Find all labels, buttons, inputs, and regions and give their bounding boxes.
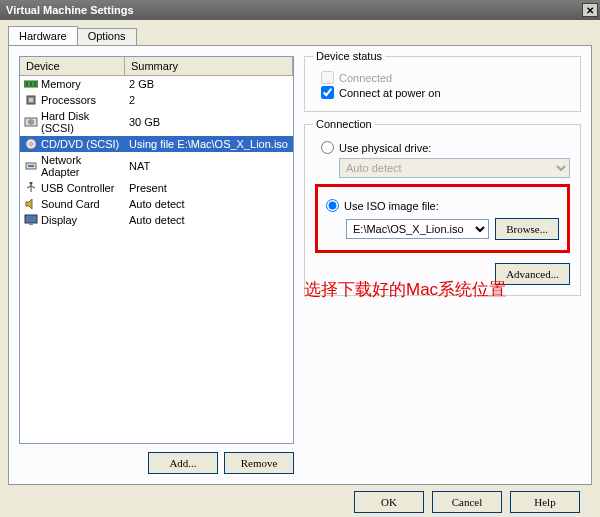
group-title-connection: Connection <box>313 118 375 130</box>
device-name: Memory <box>41 78 81 90</box>
browse-button[interactable]: Browse... <box>495 218 559 240</box>
connected-checkbox-row: Connected <box>321 71 570 84</box>
device-row-hdd[interactable]: Hard Disk (SCSI)30 GB <box>20 108 293 136</box>
help-button[interactable]: Help <box>510 491 580 513</box>
close-icon: ✕ <box>586 5 594 16</box>
ok-button[interactable]: OK <box>354 491 424 513</box>
svg-rect-13 <box>25 215 37 223</box>
device-row-cpu[interactable]: Processors2 <box>20 92 293 108</box>
iso-radio[interactable] <box>326 199 339 212</box>
highlight-box: Use ISO image file: E:\Mac\OS_X_Lion.iso… <box>315 184 570 253</box>
device-name: Display <box>41 214 77 226</box>
device-name: CD/DVD (SCSI) <box>41 138 119 150</box>
device-row-disp[interactable]: DisplayAuto detect <box>20 212 293 228</box>
device-summary: Present <box>125 181 293 195</box>
device-name: Hard Disk (SCSI) <box>41 110 121 134</box>
physical-drive-radio[interactable] <box>321 141 334 154</box>
device-summary: NAT <box>125 159 293 173</box>
device-summary: Using file E:\Mac\OS_X_Lion.iso <box>125 137 293 151</box>
physical-drive-select: Auto detect <box>339 158 570 178</box>
title-bar: Virtual Machine Settings ✕ <box>0 0 600 20</box>
cpu-icon <box>24 94 38 106</box>
svg-rect-1 <box>26 82 28 86</box>
group-title-status: Device status <box>313 50 385 62</box>
poweron-checkbox-row[interactable]: Connect at power on <box>321 86 570 99</box>
iso-path-select[interactable]: E:\Mac\OS_X_Lion.iso <box>346 219 489 239</box>
svg-point-7 <box>28 119 34 125</box>
hdd-icon <box>24 116 38 128</box>
device-status-group: Device status Connected Connect at power… <box>304 56 581 112</box>
connected-checkbox <box>321 71 334 84</box>
physical-drive-radio-row[interactable]: Use physical drive: <box>321 141 570 154</box>
device-name: Processors <box>41 94 96 106</box>
header-summary[interactable]: Summary <box>125 57 293 76</box>
header-device[interactable]: Device <box>20 57 125 76</box>
remove-button[interactable]: Remove <box>224 452 294 474</box>
svg-point-9 <box>30 143 33 146</box>
device-summary: 30 GB <box>125 115 293 129</box>
device-summary: 2 GB <box>125 77 293 91</box>
svg-rect-14 <box>29 223 33 225</box>
device-row-mem[interactable]: Memory2 GB <box>20 76 293 92</box>
device-summary: 2 <box>125 93 293 107</box>
annotation-text: 选择下载好的Mac系统位置 <box>304 278 506 301</box>
tab-hardware[interactable]: Hardware <box>8 26 78 45</box>
device-summary: Auto detect <box>125 197 293 211</box>
cd-icon <box>24 138 38 150</box>
device-row-usb[interactable]: USB ControllerPresent <box>20 180 293 196</box>
device-row-net[interactable]: Network AdapterNAT <box>20 152 293 180</box>
device-table: Device Summary Memory2 GBProcessors2Hard… <box>19 56 294 444</box>
snd-icon <box>24 198 38 210</box>
device-row-cd[interactable]: CD/DVD (SCSI)Using file E:\Mac\OS_X_Lion… <box>20 136 293 152</box>
device-summary: Auto detect <box>125 213 293 227</box>
usb-icon <box>24 182 38 194</box>
device-name: USB Controller <box>41 182 114 194</box>
device-name: Network Adapter <box>41 154 121 178</box>
connection-group: Connection Use physical drive: Auto dete… <box>304 124 581 296</box>
device-row-snd[interactable]: Sound CardAuto detect <box>20 196 293 212</box>
tab-strip: Hardware Options <box>8 26 592 45</box>
advanced-button[interactable]: Advanced... <box>495 263 570 285</box>
svg-rect-2 <box>30 82 32 86</box>
close-button[interactable]: ✕ <box>582 3 598 17</box>
disp-icon <box>24 214 38 226</box>
poweron-checkbox[interactable] <box>321 86 334 99</box>
svg-rect-3 <box>34 82 36 86</box>
add-button[interactable]: Add... <box>148 452 218 474</box>
iso-radio-row[interactable]: Use ISO image file: <box>326 199 559 212</box>
device-name: Sound Card <box>41 198 100 210</box>
mem-icon <box>24 78 38 90</box>
window-title: Virtual Machine Settings <box>6 4 134 16</box>
cancel-button[interactable]: Cancel <box>432 491 502 513</box>
svg-rect-11 <box>28 165 34 167</box>
svg-rect-5 <box>29 98 33 102</box>
net-icon <box>24 160 38 172</box>
svg-point-12 <box>30 182 33 185</box>
